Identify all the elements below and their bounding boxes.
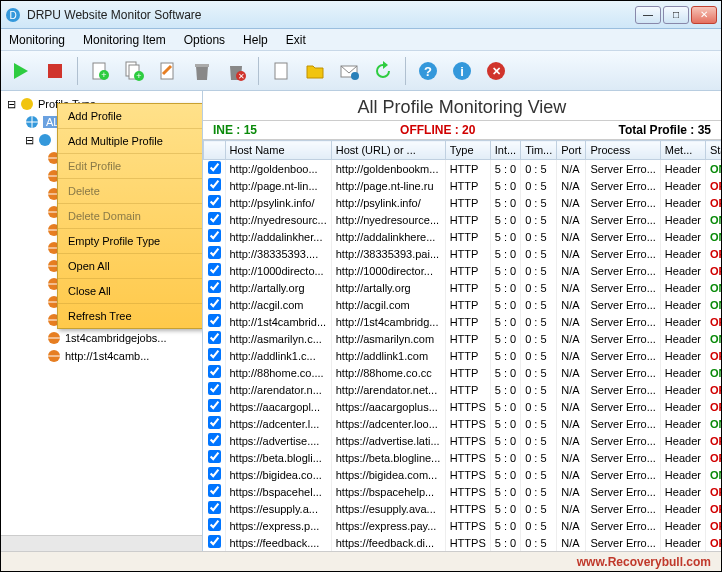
table-row[interactable]: https://aacargopl...https://aacargoplus.…	[204, 398, 722, 415]
tree-item[interactable]: http://1st4camb...	[7, 347, 202, 365]
menu-monitoring[interactable]: Monitoring	[5, 31, 69, 49]
row-checkbox[interactable]	[208, 263, 221, 276]
table-row[interactable]: http://88home.co....http://88home.co.ccH…	[204, 364, 722, 381]
minimize-button[interactable]: —	[635, 6, 661, 24]
cell-type: HTTP	[445, 194, 490, 211]
row-checkbox[interactable]	[208, 382, 221, 395]
column-header[interactable]: Process	[586, 141, 660, 160]
table-row[interactable]: http://asmarilyn.c...http://asmarilyn.co…	[204, 330, 722, 347]
open-folder-button[interactable]	[301, 57, 329, 85]
context-menu-item[interactable]: Open All	[58, 254, 202, 279]
row-checkbox[interactable]	[208, 314, 221, 327]
row-checkbox[interactable]	[208, 246, 221, 259]
table-row[interactable]: http://38335393....http://38335393.pai..…	[204, 245, 722, 262]
row-checkbox[interactable]	[208, 399, 221, 412]
collapse-icon[interactable]: ⊟	[7, 98, 16, 111]
footer-link[interactable]: www.Recoverybull.com	[577, 555, 711, 569]
cell-proc: Server Erro...	[586, 177, 660, 194]
column-header[interactable]: Met...	[660, 141, 705, 160]
menu-help[interactable]: Help	[239, 31, 272, 49]
row-checkbox[interactable]	[208, 467, 221, 480]
stop-button[interactable]	[41, 57, 69, 85]
table-row[interactable]: http://artally.orghttp://artally.orgHTTP…	[204, 279, 722, 296]
cell-host: https://esupply.a...	[225, 500, 331, 517]
add-file-button[interactable]: +	[86, 57, 114, 85]
context-menu-item[interactable]: Empty Profile Type	[58, 229, 202, 254]
play-button[interactable]	[7, 57, 35, 85]
row-checkbox[interactable]	[208, 280, 221, 293]
collapse-icon[interactable]: ⊟	[25, 134, 34, 147]
row-checkbox[interactable]	[208, 348, 221, 361]
exit-button[interactable]: ✕	[482, 57, 510, 85]
row-checkbox[interactable]	[208, 331, 221, 344]
column-header[interactable]: Host (URL) or ...	[331, 141, 445, 160]
cell-status: ONLINE	[705, 364, 721, 381]
cell-tim: 0 : 5	[521, 483, 557, 500]
table-row[interactable]: http://psylink.info/http://psylink.info/…	[204, 194, 722, 211]
table-row[interactable]: https://advertise....https://advertise.l…	[204, 432, 722, 449]
table-row[interactable]: http://1000directo...http://1000director…	[204, 262, 722, 279]
cell-proc: Server Erro...	[586, 483, 660, 500]
column-header[interactable]: Port	[557, 141, 586, 160]
table-row[interactable]: http://goldenboo...http://goldenbookm...…	[204, 160, 722, 178]
context-menu-item[interactable]: Close All	[58, 279, 202, 304]
column-header[interactable]: Host Name	[225, 141, 331, 160]
row-checkbox[interactable]	[208, 161, 221, 174]
maximize-button[interactable]: □	[663, 6, 689, 24]
row-checkbox[interactable]	[208, 195, 221, 208]
row-checkbox[interactable]	[208, 365, 221, 378]
row-checkbox[interactable]	[208, 501, 221, 514]
column-header[interactable]: Type	[445, 141, 490, 160]
table-row[interactable]: https://adcenter.l...https://adcenter.lo…	[204, 415, 722, 432]
table-row[interactable]: https://bspacehel...https://bspacehelp..…	[204, 483, 722, 500]
delete-domain-button[interactable]: ✕	[222, 57, 250, 85]
table-row[interactable]: https://express.p...https://express.pay.…	[204, 517, 722, 534]
row-checkbox[interactable]	[208, 212, 221, 225]
column-header[interactable]: Int...	[490, 141, 520, 160]
info-button[interactable]: i	[448, 57, 476, 85]
send-button[interactable]	[335, 57, 363, 85]
table-row[interactable]: http://addlink1.c...http://addlink1.comH…	[204, 347, 722, 364]
tree-scrollbar[interactable]	[1, 535, 202, 551]
row-checkbox[interactable]	[208, 484, 221, 497]
row-checkbox[interactable]	[208, 433, 221, 446]
row-checkbox[interactable]	[208, 518, 221, 531]
table-row[interactable]: https://bigidea.co...https://bigidea.com…	[204, 466, 722, 483]
tree-panel[interactable]: ⊟ Profile Type ALL ⊟ addalinkhere.comhtt…	[1, 91, 203, 551]
context-menu-item[interactable]: Refresh Tree	[58, 304, 202, 328]
context-menu-item[interactable]: Add Profile	[58, 104, 202, 129]
row-checkbox[interactable]	[208, 178, 221, 191]
row-checkbox[interactable]	[208, 297, 221, 310]
row-checkbox[interactable]	[208, 229, 221, 242]
menu-options[interactable]: Options	[180, 31, 229, 49]
table-row[interactable]: http://nyedresourc...http://nyedresource…	[204, 211, 722, 228]
row-checkbox[interactable]	[208, 535, 221, 548]
column-header[interactable]: Status	[705, 141, 721, 160]
cell-met: Header	[660, 177, 705, 194]
table-row[interactable]: http://addalinkher...http://addalinkhere…	[204, 228, 722, 245]
refresh-button[interactable]	[369, 57, 397, 85]
table-row[interactable]: http://acgil.comhttp://acgil.comHTTP5 : …	[204, 296, 722, 313]
table-row[interactable]: http://page.nt-lin...http://page.nt-line…	[204, 177, 722, 194]
menu-exit[interactable]: Exit	[282, 31, 310, 49]
data-grid[interactable]: Host NameHost (URL) or ...TypeInt...Tim.…	[203, 140, 721, 551]
column-header[interactable]: Tim...	[521, 141, 557, 160]
blank-file-button[interactable]	[267, 57, 295, 85]
context-menu-item[interactable]: Add Multiple Profile	[58, 129, 202, 154]
toolbar: + + ✕ ? i ✕	[1, 51, 721, 91]
table-row[interactable]: https://beta.blogli...https://beta.blogl…	[204, 449, 722, 466]
table-row[interactable]: http://arendator.n...http://arendator.ne…	[204, 381, 722, 398]
table-row[interactable]: https://feedback....https://feedback.di.…	[204, 534, 722, 551]
row-checkbox[interactable]	[208, 416, 221, 429]
close-button[interactable]: ✕	[691, 6, 717, 24]
row-checkbox[interactable]	[208, 450, 221, 463]
table-row[interactable]: https://esupply.a...https://esupply.ava.…	[204, 500, 722, 517]
column-header[interactable]	[204, 141, 226, 160]
menu-monitoring-item[interactable]: Monitoring Item	[79, 31, 170, 49]
delete-button[interactable]	[188, 57, 216, 85]
table-row[interactable]: http://1st4cambrid...http://1st4cambridg…	[204, 313, 722, 330]
edit-button[interactable]	[154, 57, 182, 85]
tree-item[interactable]: 1st4cambridgejobs...	[7, 329, 202, 347]
help-button[interactable]: ?	[414, 57, 442, 85]
add-multi-button[interactable]: +	[120, 57, 148, 85]
